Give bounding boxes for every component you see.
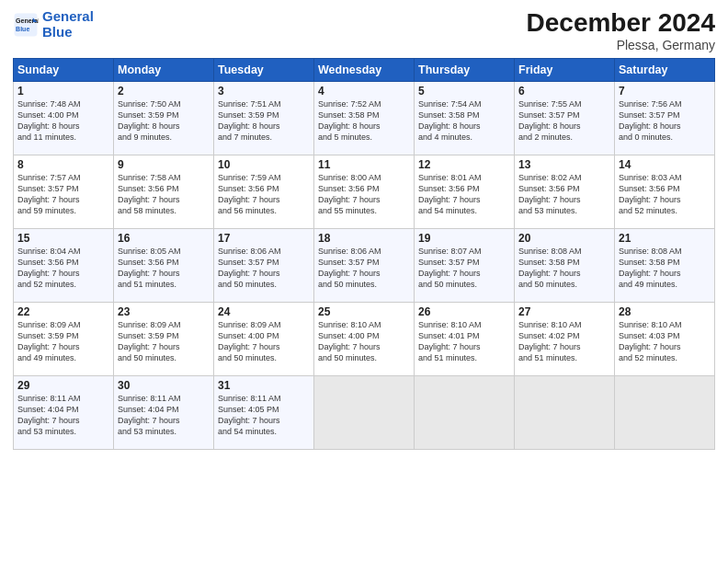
day-number: 9 — [118, 158, 210, 171]
day-number: 13 — [518, 158, 610, 171]
week-row-5: 29Sunrise: 8:11 AM Sunset: 4:04 PM Dayli… — [14, 375, 715, 449]
day-cell: 21Sunrise: 8:08 AM Sunset: 3:58 PM Dayli… — [615, 228, 715, 302]
day-info: Sunrise: 7:48 AM Sunset: 4:00 PM Dayligh… — [17, 98, 109, 144]
svg-rect-0 — [15, 13, 38, 36]
week-row-3: 15Sunrise: 8:04 AM Sunset: 3:56 PM Dayli… — [14, 228, 715, 302]
day-number: 29 — [17, 379, 109, 392]
day-cell: 13Sunrise: 8:02 AM Sunset: 3:56 PM Dayli… — [515, 155, 615, 228]
day-cell — [415, 375, 515, 449]
day-cell: 1Sunrise: 7:48 AM Sunset: 4:00 PM Daylig… — [14, 81, 114, 155]
day-info: Sunrise: 8:06 AM Sunset: 3:57 PM Dayligh… — [218, 246, 310, 291]
day-cell: 24Sunrise: 8:09 AM Sunset: 4:00 PM Dayli… — [214, 302, 314, 375]
col-header-monday: Monday — [114, 58, 214, 81]
day-info: Sunrise: 8:02 AM Sunset: 3:56 PM Dayligh… — [518, 172, 610, 217]
day-cell: 3Sunrise: 7:51 AM Sunset: 3:59 PM Daylig… — [214, 81, 314, 155]
day-number: 4 — [318, 85, 410, 98]
day-info: Sunrise: 8:03 AM Sunset: 3:56 PM Dayligh… — [619, 172, 711, 217]
day-info: Sunrise: 7:58 AM Sunset: 3:56 PM Dayligh… — [118, 172, 210, 217]
col-header-friday: Friday — [515, 58, 615, 81]
day-cell — [515, 375, 615, 449]
day-cell: 12Sunrise: 8:01 AM Sunset: 3:56 PM Dayli… — [415, 155, 515, 228]
day-cell: 4Sunrise: 7:52 AM Sunset: 3:58 PM Daylig… — [314, 81, 415, 155]
day-cell: 20Sunrise: 8:08 AM Sunset: 3:58 PM Dayli… — [515, 228, 615, 302]
day-info: Sunrise: 8:01 AM Sunset: 3:56 PM Dayligh… — [418, 172, 510, 217]
day-number: 25 — [318, 305, 410, 318]
day-cell: 26Sunrise: 8:10 AM Sunset: 4:01 PM Dayli… — [415, 302, 515, 375]
day-info: Sunrise: 8:08 AM Sunset: 3:58 PM Dayligh… — [619, 246, 711, 291]
title-block: December 2024 Plessa, Germany — [527, 9, 715, 52]
day-number: 24 — [218, 305, 310, 318]
day-cell: 30Sunrise: 8:11 AM Sunset: 4:04 PM Dayli… — [114, 375, 214, 449]
col-header-sunday: Sunday — [14, 58, 114, 81]
day-info: Sunrise: 7:51 AM Sunset: 3:59 PM Dayligh… — [218, 98, 310, 144]
calendar-table: SundayMondayTuesdayWednesdayThursdayFrid… — [13, 58, 715, 450]
day-cell: 18Sunrise: 8:06 AM Sunset: 3:57 PM Dayli… — [314, 228, 415, 302]
day-cell: 27Sunrise: 8:10 AM Sunset: 4:02 PM Dayli… — [515, 302, 615, 375]
day-cell: 22Sunrise: 8:09 AM Sunset: 3:59 PM Dayli… — [14, 302, 114, 375]
day-number: 10 — [218, 158, 310, 171]
day-cell: 17Sunrise: 8:06 AM Sunset: 3:57 PM Dayli… — [214, 228, 314, 302]
col-header-thursday: Thursday — [415, 58, 515, 81]
svg-text:Blue: Blue — [16, 26, 29, 32]
day-cell: 5Sunrise: 7:54 AM Sunset: 3:58 PM Daylig… — [415, 81, 515, 155]
day-info: Sunrise: 7:54 AM Sunset: 3:58 PM Dayligh… — [418, 98, 510, 144]
day-number: 26 — [418, 305, 510, 318]
day-cell: 23Sunrise: 8:09 AM Sunset: 3:59 PM Dayli… — [114, 302, 214, 375]
day-info: Sunrise: 8:06 AM Sunset: 3:57 PM Dayligh… — [318, 246, 410, 291]
day-info: Sunrise: 7:50 AM Sunset: 3:59 PM Dayligh… — [118, 98, 210, 144]
day-info: Sunrise: 8:04 AM Sunset: 3:56 PM Dayligh… — [17, 246, 109, 291]
day-cell: 25Sunrise: 8:10 AM Sunset: 4:00 PM Dayli… — [314, 302, 415, 375]
day-number: 1 — [17, 85, 109, 98]
day-info: Sunrise: 8:10 AM Sunset: 4:03 PM Dayligh… — [619, 319, 711, 364]
day-info: Sunrise: 8:10 AM Sunset: 4:00 PM Dayligh… — [318, 319, 410, 364]
day-info: Sunrise: 7:57 AM Sunset: 3:57 PM Dayligh… — [17, 172, 109, 217]
day-info: Sunrise: 8:10 AM Sunset: 4:02 PM Dayligh… — [518, 319, 610, 364]
logo: General Blue GeneralBlue — [13, 9, 94, 40]
day-cell: 19Sunrise: 8:07 AM Sunset: 3:57 PM Dayli… — [415, 228, 515, 302]
day-info: Sunrise: 8:05 AM Sunset: 3:56 PM Dayligh… — [118, 246, 210, 291]
logo-text: GeneralBlue — [42, 9, 94, 40]
location-subtitle: Plessa, Germany — [527, 38, 715, 52]
day-cell: 28Sunrise: 8:10 AM Sunset: 4:03 PM Dayli… — [615, 302, 715, 375]
day-cell: 7Sunrise: 7:56 AM Sunset: 3:57 PM Daylig… — [615, 81, 715, 155]
day-info: Sunrise: 8:00 AM Sunset: 3:56 PM Dayligh… — [318, 172, 410, 217]
col-header-saturday: Saturday — [615, 58, 715, 81]
day-cell: 29Sunrise: 8:11 AM Sunset: 4:04 PM Dayli… — [14, 375, 114, 449]
day-cell: 6Sunrise: 7:55 AM Sunset: 3:57 PM Daylig… — [515, 81, 615, 155]
day-info: Sunrise: 7:52 AM Sunset: 3:58 PM Dayligh… — [318, 98, 410, 144]
day-cell: 2Sunrise: 7:50 AM Sunset: 3:59 PM Daylig… — [114, 81, 214, 155]
day-number: 21 — [619, 232, 711, 245]
day-number: 14 — [619, 158, 711, 171]
day-number: 20 — [518, 232, 610, 245]
day-number: 12 — [418, 158, 510, 171]
day-info: Sunrise: 8:10 AM Sunset: 4:01 PM Dayligh… — [418, 319, 510, 364]
header-row: SundayMondayTuesdayWednesdayThursdayFrid… — [14, 58, 715, 81]
week-row-1: 1Sunrise: 7:48 AM Sunset: 4:00 PM Daylig… — [14, 81, 715, 155]
day-info: Sunrise: 8:11 AM Sunset: 4:04 PM Dayligh… — [118, 393, 210, 438]
day-number: 8 — [17, 158, 109, 171]
day-number: 3 — [218, 85, 310, 98]
day-number: 19 — [418, 232, 510, 245]
day-info: Sunrise: 8:07 AM Sunset: 3:57 PM Dayligh… — [418, 246, 510, 291]
day-info: Sunrise: 8:09 AM Sunset: 3:59 PM Dayligh… — [118, 319, 210, 364]
day-info: Sunrise: 8:11 AM Sunset: 4:04 PM Dayligh… — [17, 393, 109, 438]
day-number: 30 — [118, 379, 210, 392]
day-cell — [615, 375, 715, 449]
day-cell: 14Sunrise: 8:03 AM Sunset: 3:56 PM Dayli… — [615, 155, 715, 228]
day-number: 7 — [619, 85, 711, 98]
day-number: 6 — [518, 85, 610, 98]
day-number: 27 — [518, 305, 610, 318]
header: General Blue GeneralBlue December 2024 P… — [13, 9, 715, 52]
day-info: Sunrise: 7:59 AM Sunset: 3:56 PM Dayligh… — [218, 172, 310, 217]
day-cell: 9Sunrise: 7:58 AM Sunset: 3:56 PM Daylig… — [114, 155, 214, 228]
day-cell: 16Sunrise: 8:05 AM Sunset: 3:56 PM Dayli… — [114, 228, 214, 302]
day-number: 23 — [118, 305, 210, 318]
day-info: Sunrise: 7:55 AM Sunset: 3:57 PM Dayligh… — [518, 98, 610, 144]
day-number: 28 — [619, 305, 711, 318]
day-number: 22 — [17, 305, 109, 318]
day-cell — [314, 375, 415, 449]
col-header-wednesday: Wednesday — [314, 58, 415, 81]
day-number: 18 — [318, 232, 410, 245]
day-number: 2 — [118, 85, 210, 98]
day-cell: 10Sunrise: 7:59 AM Sunset: 3:56 PM Dayli… — [214, 155, 314, 228]
